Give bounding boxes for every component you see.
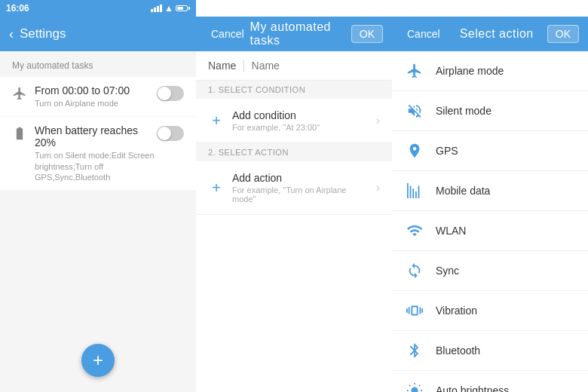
sync-action-icon [404, 260, 425, 281]
settings-panel: 16:06 ▲ ‹ Settings My automated tasks [0, 0, 196, 392]
select-condition-label: 1. SELECT CONDITION [196, 81, 392, 99]
my-automated-tasks-label: My automated tasks [0, 60, 196, 71]
battery-task-icon [12, 126, 27, 141]
add-condition-icon: + [208, 112, 225, 129]
add-condition-hint: For example, "At 23:00" [232, 123, 369, 132]
action-item-gps[interactable]: GPS [392, 131, 588, 171]
add-condition-title: Add condition [232, 109, 369, 121]
action-item-bluetooth[interactable]: Bluetooth [392, 331, 588, 371]
action-label-auto-brightness: Auto brightness [436, 384, 509, 392]
airplane-task-icon [12, 86, 27, 101]
battery-icon [176, 5, 190, 11]
action-label-vibration: Vibration [436, 305, 477, 317]
action-label-wlan: WLAN [436, 225, 466, 237]
tasks-body: Name | 1. SELECT CONDITION + Add conditi… [196, 51, 392, 215]
signal-icon [151, 5, 162, 12]
task-desc-airplane: Turn on Airplane mode [35, 98, 157, 109]
wifi-icon: ▲ [164, 3, 173, 14]
mobile-data-action-icon [404, 180, 425, 201]
action-item-sync[interactable]: Sync [392, 251, 588, 291]
task-info-battery: When battery reaches 20% Turn on Silent … [35, 124, 157, 182]
select-action-label: 2. SELECT ACTION [196, 143, 392, 161]
toggle-knob-airplane [158, 87, 171, 100]
action-item-silent[interactable]: Silent mode [392, 91, 588, 131]
settings-status-icons: ▲ [151, 3, 190, 14]
action-header: Cancel Select action OK [392, 17, 588, 51]
wlan-action-icon [404, 220, 425, 241]
name-row: Name | [196, 51, 392, 81]
add-action-chevron: › [376, 181, 380, 194]
add-condition-info: Add condition For example, "At 23:00" [232, 109, 369, 132]
settings-title: Settings [20, 26, 66, 41]
action-label-gps: GPS [436, 145, 458, 157]
tasks-title: My automated tasks [250, 20, 351, 47]
settings-time: 16:06 [6, 3, 29, 14]
settings-content: My automated tasks From 00:00 to 07:00 T… [0, 51, 196, 191]
add-task-fab[interactable]: + [81, 344, 115, 377]
task-name-airplane: From 00:00 to 07:00 [35, 84, 157, 96]
tasks-cancel-button[interactable]: Cancel [205, 25, 250, 43]
tasks-ok-button[interactable]: OK [351, 25, 383, 43]
back-button[interactable]: ‹ [9, 26, 14, 42]
action-label-mobile-data: Mobile data [436, 185, 490, 197]
action-list: Airplane mode Silent mode GPS Mobile dat… [392, 51, 588, 392]
action-item-wlan[interactable]: WLAN [392, 211, 588, 251]
action-label-silent: Silent mode [436, 105, 492, 117]
add-action-info: Add action For example, "Turn on Airplan… [232, 172, 369, 204]
add-condition-chevron: › [376, 114, 380, 127]
action-cancel-button[interactable]: Cancel [401, 25, 446, 43]
task-item-battery[interactable]: When battery reaches 20% Turn on Silent … [0, 117, 196, 190]
toggle-battery[interactable] [157, 126, 184, 141]
toggle-knob-battery [158, 127, 171, 140]
add-action-hint: For example, "Turn on Airplane mode" [232, 185, 369, 204]
action-item-auto-brightness[interactable]: Auto brightness [392, 371, 588, 392]
toggle-airplane[interactable] [157, 86, 184, 101]
action-header-title: Select action [460, 27, 534, 41]
task-desc-battery: Turn on Silent mode;Edit Screen brightne… [35, 150, 157, 182]
action-item-airplane[interactable]: Airplane mode [392, 51, 588, 91]
add-action-row[interactable]: + Add action For example, "Turn on Airpl… [196, 161, 392, 215]
auto-brightness-action-icon [404, 380, 425, 392]
vibration-action-icon [404, 300, 425, 321]
action-label-bluetooth: Bluetooth [436, 345, 480, 357]
settings-header: ‹ Settings [0, 17, 196, 51]
action-label-airplane: Airplane mode [436, 65, 504, 77]
airplane-action-icon [404, 60, 425, 81]
add-condition-row[interactable]: + Add condition For example, "At 23:00" … [196, 99, 392, 143]
name-label: Name [208, 60, 236, 72]
tasks-header: Cancel My automated tasks OK [196, 17, 392, 51]
svg-point-0 [411, 387, 418, 392]
task-item-airplane[interactable]: From 00:00 to 07:00 Turn on Airplane mod… [0, 77, 196, 116]
task-name-battery: When battery reaches 20% [35, 124, 157, 149]
add-action-title: Add action [232, 172, 369, 184]
action-item-mobile-data[interactable]: Mobile data [392, 171, 588, 211]
gps-action-icon [404, 140, 425, 161]
action-label-sync: Sync [436, 265, 459, 277]
name-input[interactable] [252, 60, 384, 72]
task-info-airplane: From 00:00 to 07:00 Turn on Airplane mod… [35, 84, 157, 109]
silent-action-icon [404, 100, 425, 121]
add-action-icon: + [208, 179, 225, 196]
settings-status-bar: 16:06 ▲ [0, 0, 196, 17]
action-item-vibration[interactable]: Vibration [392, 291, 588, 331]
bluetooth-action-icon [404, 340, 425, 361]
action-ok-button[interactable]: OK [547, 25, 579, 43]
fab-icon: + [93, 350, 103, 371]
